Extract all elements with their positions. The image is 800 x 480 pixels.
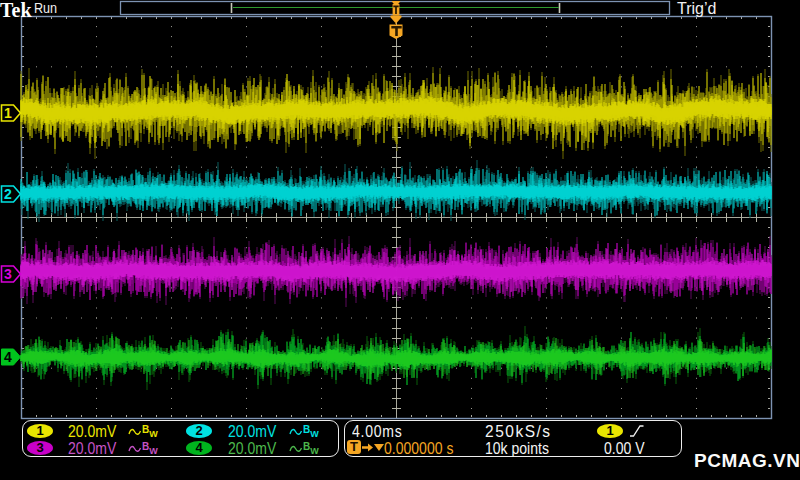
svg-text:3: 3: [4, 266, 12, 282]
svg-text:4: 4: [4, 349, 12, 365]
svg-text:2: 2: [4, 186, 12, 202]
svg-text:1: 1: [4, 105, 12, 121]
